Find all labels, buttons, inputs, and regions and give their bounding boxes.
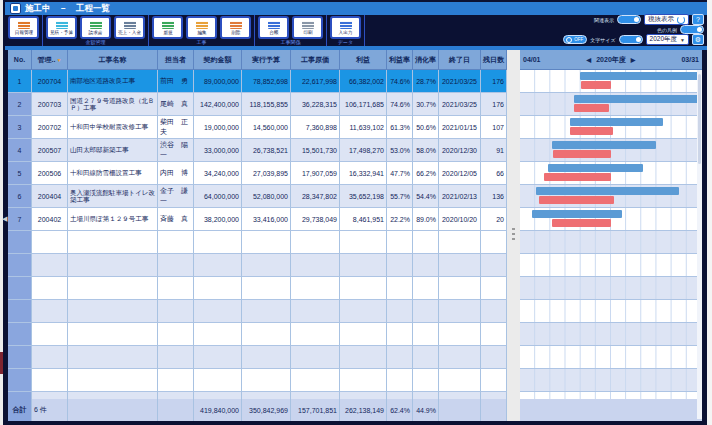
toggle-2[interactable]	[680, 25, 704, 34]
table-cell	[291, 392, 340, 399]
table-row[interactable]: 6200404奥入瀬渓流館駐車場トイレ改築工事金子 謙一64,000,00052…	[8, 185, 507, 208]
table-cell: 斉藤 真	[158, 208, 194, 231]
column-header-10[interactable]: 終了日	[439, 50, 481, 70]
footer-total-label: 合計	[8, 399, 32, 421]
prev-period-icon[interactable]: ◀	[587, 56, 592, 63]
table-cell	[387, 369, 413, 392]
table-row[interactable]	[8, 277, 507, 300]
table-row[interactable]: 1200704南部地区道路改良工事前田 勇89,000,00078,852,69…	[8, 70, 507, 93]
edit-button[interactable]: 編集	[186, 16, 217, 39]
toolbar-group-label: 金額管理	[86, 39, 106, 45]
help-button[interactable]: ?	[692, 14, 704, 25]
footer-cell: 157,701,851	[291, 399, 340, 421]
table-cell	[481, 277, 507, 300]
column-header-2[interactable]: 工事名称	[68, 50, 158, 70]
estimate-budget-button[interactable]: 見積・予算	[46, 16, 77, 39]
print-icon	[302, 21, 314, 29]
gantt-plan-bar	[580, 72, 698, 80]
scrollbar-grip-icon	[512, 228, 515, 242]
table-cell: 前田 勇	[158, 70, 194, 93]
table-cell: 91	[481, 139, 507, 162]
table-row[interactable]	[8, 392, 507, 399]
gantt-row	[520, 162, 702, 185]
table-cell: 4	[8, 139, 32, 162]
table-cell	[32, 369, 68, 392]
import-export-button[interactable]: 入出力	[330, 16, 361, 39]
column-header-3[interactable]: 担当者	[158, 50, 194, 70]
table-cell	[387, 277, 413, 300]
table-cell	[194, 231, 242, 254]
gantt-vertical-scrollbar[interactable]	[697, 70, 702, 419]
table-row[interactable]	[8, 254, 507, 277]
table-vertical-scrollbar[interactable]	[507, 50, 520, 421]
footer-cell: 350,842,969	[242, 399, 291, 421]
gantt-scrollbar-thumb[interactable]	[698, 74, 701, 164]
settings-button[interactable]: ⚙	[692, 34, 704, 45]
daily-report-button[interactable]: 日報管理	[8, 16, 39, 39]
delete-button[interactable]: 削除	[220, 16, 251, 39]
table-cell: 26,738,521	[242, 139, 291, 162]
table-row[interactable]: 7200402土場川県ぽ第１２９号工事斉藤 真38,200,00033,416,…	[8, 208, 507, 231]
table-cell	[413, 300, 439, 323]
toggle-3[interactable]	[619, 35, 643, 44]
tax-display-button[interactable]: 税抜表示	[644, 14, 689, 25]
new-button[interactable]: 新規	[152, 16, 183, 39]
table-cell	[387, 346, 413, 369]
table-row[interactable]: 5200506十和田線防雪柵設置工事内田 博34,240,00027,039,8…	[8, 162, 507, 185]
print-button[interactable]: 印刷	[292, 16, 323, 39]
toolbar-button-label: 編集	[197, 30, 206, 35]
table-cell	[194, 323, 242, 346]
table-row[interactable]	[8, 323, 507, 346]
table-cell	[439, 231, 481, 254]
toggle-1[interactable]	[617, 15, 641, 24]
table-cell	[242, 323, 291, 346]
gantt-actual-bar	[552, 219, 611, 227]
table-cell	[8, 369, 32, 392]
column-header-8[interactable]: 利益率	[387, 50, 413, 70]
column-header-5[interactable]: 実行予算	[242, 50, 291, 70]
table-cell: 200702	[32, 116, 68, 139]
gantt-plan-bar	[574, 95, 698, 103]
column-header-6[interactable]: 工事原価	[291, 50, 340, 70]
table-cell	[481, 346, 507, 369]
year-select[interactable]: 2020年度 ▼	[646, 34, 689, 45]
table-row[interactable]: 4200507山田太郎邸新築工事渋谷 陽一33,000,00026,738,52…	[8, 139, 507, 162]
table-row[interactable]	[8, 300, 507, 323]
toolbar-group-1: 見積・予算請求書売上・入金金額管理	[43, 15, 149, 46]
new-icon	[162, 21, 174, 29]
table-cell: 176	[481, 93, 507, 116]
footer-cell: 44.9%	[413, 399, 439, 421]
table-cell	[158, 323, 194, 346]
table-cell: 142,400,000	[194, 93, 242, 116]
sales-deposit-button[interactable]: 売上・入金	[114, 16, 145, 39]
title-bar: 施工中 － 工程一覧	[5, 2, 707, 15]
invoice-button[interactable]: 請求書	[80, 16, 111, 39]
table-cell: 74.6%	[387, 70, 413, 93]
table-cell	[340, 392, 387, 399]
record-pointer-icon: ◀	[2, 215, 7, 223]
footer-cell: 62.4%	[387, 399, 413, 421]
column-header-1[interactable]: 管理..▼	[32, 50, 68, 70]
table-cell	[8, 277, 32, 300]
table-cell	[481, 392, 507, 399]
footer-cell: 6 件	[32, 399, 68, 421]
ledger-button[interactable]: 台帳	[258, 16, 289, 39]
auto-toggle[interactable]: OFF	[563, 35, 587, 44]
table-row[interactable]	[8, 369, 507, 392]
gantt-row	[520, 208, 702, 231]
table-cell	[413, 323, 439, 346]
table-row[interactable]	[8, 346, 507, 369]
table-cell: 20	[481, 208, 507, 231]
table-header-row: No.管理..▼工事名称担当者契約金額実行予算工事原価利益利益率消化率終了日残日…	[8, 50, 507, 70]
column-header-4[interactable]: 契約金額	[194, 50, 242, 70]
next-period-icon[interactable]: ▶	[631, 56, 636, 63]
column-header-11[interactable]: 残日数	[481, 50, 507, 70]
table-row[interactable]: 3200702十和田中学校耐震改修工事柴田 正夫19,000,00014,560…	[8, 116, 507, 139]
table-row[interactable]	[8, 231, 507, 254]
column-header-0[interactable]: No.	[8, 50, 32, 70]
table-cell: 78,852,698	[242, 70, 291, 93]
table-row[interactable]: 2200703国道２７９号道路改良（北ＢＰ）工事尾崎 真142,400,0001…	[8, 93, 507, 116]
column-header-9[interactable]: 消化率	[413, 50, 439, 70]
table-cell: 22,617,998	[291, 70, 340, 93]
column-header-7[interactable]: 利益	[340, 50, 387, 70]
